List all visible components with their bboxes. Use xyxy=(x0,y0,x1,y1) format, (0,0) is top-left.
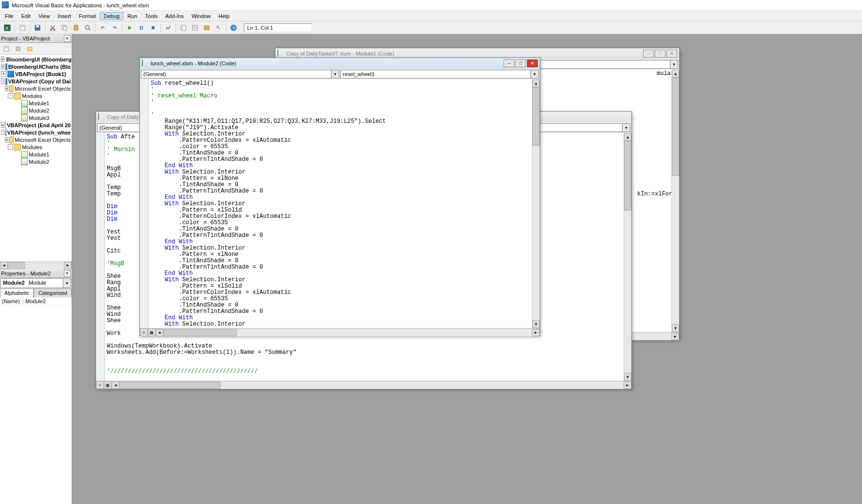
help-icon[interactable]: ? xyxy=(228,22,239,33)
menu-tools[interactable]: Tools xyxy=(141,12,161,20)
tree-node[interactable]: -VBAProject (lunch_whee xyxy=(1,129,71,136)
expand-icon[interactable]: + xyxy=(5,137,8,142)
expand-icon[interactable]: + xyxy=(1,71,6,77)
object-combo[interactable]: (General)▼ xyxy=(141,70,339,78)
chevron-down-icon[interactable]: ▼ xyxy=(622,124,630,132)
maximize-button[interactable]: □ xyxy=(515,59,526,67)
chevron-down-icon[interactable]: ▼ xyxy=(63,279,71,288)
chevron-down-icon[interactable]: ▼ xyxy=(530,70,538,78)
run-icon[interactable] xyxy=(124,22,135,33)
tree-node[interactable]: +VBAProject (End April 20 xyxy=(1,121,71,129)
close-button[interactable]: ✕ xyxy=(666,50,677,58)
tree-node[interactable]: +Microsoft Excel Objects xyxy=(1,85,71,92)
tree-node[interactable]: Module2 xyxy=(1,107,71,114)
scroll-down-icon[interactable]: ▼ xyxy=(532,320,540,328)
tree-node[interactable]: +Microsoft Excel Objects xyxy=(1,136,71,143)
code-editor[interactable]: Sub reset_wheel1() ' ' reset_wheel Macro… xyxy=(149,79,532,328)
procedure-view-icon[interactable]: ≡ xyxy=(140,329,148,336)
redo-icon[interactable] xyxy=(109,22,120,33)
view-code-icon[interactable] xyxy=(1,43,12,54)
vscrollbar[interactable]: ▲▼ xyxy=(532,79,540,328)
prop-name-value[interactable]: Module2 xyxy=(23,297,48,305)
menu-debug[interactable]: Debug xyxy=(100,12,123,20)
design-mode-icon[interactable] xyxy=(163,22,174,33)
menu-insert[interactable]: Insert xyxy=(54,12,75,20)
tree-node[interactable]: -VBAProject (Copy of Dai xyxy=(1,78,71,85)
tree-node[interactable]: Module1 xyxy=(1,151,71,158)
properties-pane-title: Properties - Module2 ✕ xyxy=(0,269,72,278)
chevron-down-icon[interactable]: ▼ xyxy=(670,60,678,68)
tree-node[interactable]: Module1 xyxy=(1,99,71,107)
svg-rect-18 xyxy=(181,25,183,30)
expand-icon[interactable]: + xyxy=(5,86,8,91)
reset-icon[interactable] xyxy=(148,22,158,33)
close-button[interactable]: ✕ xyxy=(527,59,538,67)
properties-grid[interactable]: (Name) Module2 xyxy=(0,297,72,504)
find-icon[interactable] xyxy=(82,22,93,33)
expand-icon[interactable]: - xyxy=(1,130,4,135)
undo-icon[interactable] xyxy=(98,22,108,33)
tree-node[interactable]: +BloombergUI (Bloomberg xyxy=(1,56,71,63)
view-excel-icon[interactable]: X xyxy=(2,22,13,33)
tree-node[interactable]: +VBAProject (Book1) xyxy=(1,70,71,78)
menu-help[interactable]: Help xyxy=(215,12,234,20)
vscrollbar[interactable]: ▲▼ xyxy=(624,133,631,381)
save-icon[interactable] xyxy=(32,22,43,33)
tree-node[interactable]: Module2 xyxy=(1,158,71,165)
expand-icon[interactable]: - xyxy=(8,93,13,98)
expand-icon[interactable]: + xyxy=(1,57,4,62)
break-icon[interactable] xyxy=(136,22,147,33)
code-margin[interactable] xyxy=(140,79,149,328)
object-browser-icon[interactable] xyxy=(201,22,212,33)
tree-node[interactable]: -Modules xyxy=(1,143,71,151)
toolbox-icon[interactable] xyxy=(213,22,224,33)
menu-run[interactable]: Run xyxy=(123,12,141,20)
procedure-combo[interactable]: reset_wheel1▼ xyxy=(340,70,539,78)
expand-icon[interactable]: + xyxy=(1,64,4,69)
tree-node[interactable]: Module3 xyxy=(1,114,71,121)
insert-module-icon[interactable] xyxy=(17,22,28,33)
toggle-folders-icon[interactable] xyxy=(24,43,35,54)
scroll-left-icon[interactable]: ◄ xyxy=(156,329,163,336)
menu-window[interactable]: Window xyxy=(188,12,215,20)
properties-object-combo[interactable]: Module2 Module ▼ xyxy=(0,278,71,288)
full-module-view-icon[interactable]: ▦ xyxy=(148,329,156,336)
cut-icon[interactable] xyxy=(47,22,58,33)
chevron-down-icon[interactable]: ▼ xyxy=(331,70,339,78)
expand-icon[interactable]: + xyxy=(1,122,4,128)
menu-view[interactable]: View xyxy=(35,12,54,20)
full-module-view-icon[interactable]: ▦ xyxy=(104,381,112,389)
menu-file[interactable]: File xyxy=(1,12,18,20)
project-hscroll[interactable]: ◄ ► xyxy=(0,261,72,269)
scroll-right-icon[interactable]: ► xyxy=(532,329,540,336)
procedure-view-icon[interactable]: ≡ xyxy=(96,381,104,389)
scroll-right-icon[interactable]: ► xyxy=(64,262,72,269)
menu-addins[interactable]: Add-Ins xyxy=(161,12,188,20)
tree-node[interactable]: +BloombergUICharts (Blo xyxy=(1,63,71,70)
menu-format[interactable]: Format xyxy=(75,12,100,20)
project-tree[interactable]: +BloombergUI (Bloomberg+BloombergUIChart… xyxy=(0,55,72,166)
tab-categorized[interactable]: Categorized xyxy=(34,289,71,297)
app-titlebar: Microsoft Visual Basic for Applications … xyxy=(0,0,862,11)
scroll-up-icon[interactable]: ▲ xyxy=(532,79,540,87)
expand-icon[interactable]: - xyxy=(8,144,13,150)
minimize-button[interactable]: ─ xyxy=(504,59,514,67)
project-pane-close-icon[interactable]: ✕ xyxy=(64,35,71,42)
view-object-icon[interactable] xyxy=(13,43,23,54)
paste-icon[interactable] xyxy=(71,22,81,33)
hscrollbar[interactable]: ◄► xyxy=(156,329,540,336)
copy-icon[interactable] xyxy=(59,22,70,33)
vscrollbar[interactable]: ▲▼ xyxy=(671,70,679,332)
maximize-button[interactable]: □ xyxy=(655,50,666,58)
tree-node[interactable]: -Modules xyxy=(1,92,71,99)
tree-label: Module3 xyxy=(29,115,49,121)
tab-alphabetic[interactable]: Alphabetic xyxy=(0,289,34,297)
minimize-button[interactable]: ─ xyxy=(643,50,654,58)
properties-icon[interactable] xyxy=(190,22,200,33)
code-window-lunch-wheel-module2[interactable]: lunch_wheel.xlsm - Module2 (Code) ─ □ ✕ … xyxy=(139,58,540,336)
properties-pane-close-icon[interactable]: ✕ xyxy=(64,270,71,277)
project-explorer-icon[interactable] xyxy=(178,22,189,33)
expand-icon[interactable]: - xyxy=(1,78,4,84)
scroll-left-icon[interactable]: ◄ xyxy=(0,262,8,269)
menu-edit[interactable]: Edit xyxy=(18,12,35,20)
